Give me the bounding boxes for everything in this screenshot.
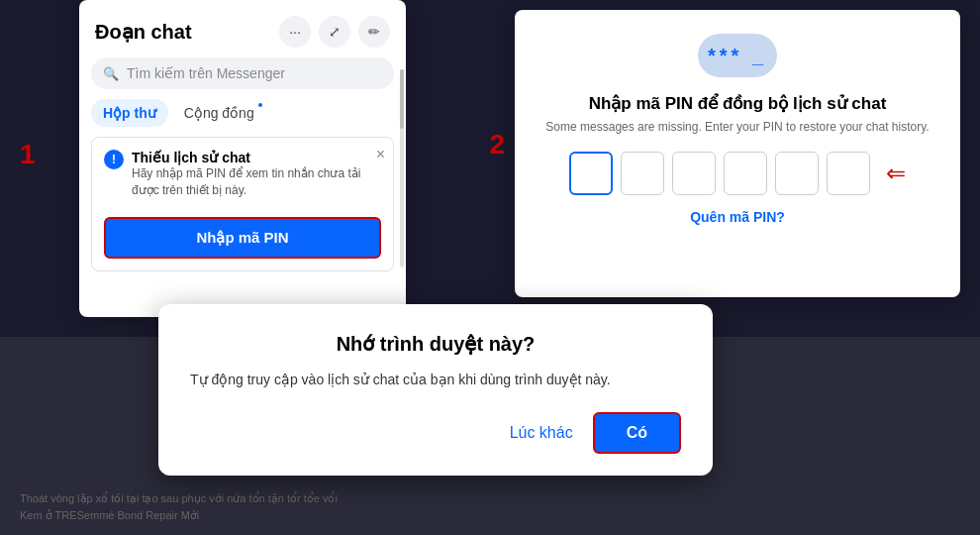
remember-dialog-description: Tự động truy cập vào lịch sử chat của bạ…	[190, 370, 681, 390]
search-icon: 🔍	[103, 66, 119, 81]
expand-button[interactable]: ⤢	[319, 16, 350, 48]
info-icon: !	[104, 150, 124, 169]
pin-input-3[interactable]	[672, 152, 716, 195]
tabs-row: Hộp thư Cộng đồng	[79, 99, 406, 127]
pin-input-5[interactable]	[775, 152, 819, 195]
messenger-header: Đoạn chat ··· ⤢ ✏	[79, 0, 406, 57]
header-icons: ··· ⤢ ✏	[279, 16, 390, 48]
step-label-1: 1	[20, 139, 36, 170]
step-label-2: 2	[489, 129, 505, 160]
chat-blur-text-2: Kem ở TRESemmé Bond Repair Mới	[20, 507, 960, 525]
chat-blur-text-1: Thoát vòng lặp xổ tối tại tạo sau phục v…	[20, 490, 960, 508]
later-button[interactable]: Lúc khác	[510, 424, 573, 442]
search-placeholder-text: Tìm kiếm trên Messenger	[127, 65, 285, 81]
notification-description: Hãy nhập mã PIN để xem tin nhắn chưa tải…	[132, 165, 381, 199]
notification-header: ! Thiếu lịch sử chat Hãy nhập mã PIN để …	[104, 150, 381, 199]
pin-input-6[interactable]	[827, 152, 870, 195]
remember-browser-dialog: Nhớ trình duyệt này? Tự động truy cập và…	[158, 304, 713, 476]
messenger-title: Đoạn chat	[95, 20, 192, 44]
forgot-pin-link[interactable]: Quên mã PIN?	[690, 209, 785, 225]
pin-panel-title: Nhập mã PIN để đồng bộ lịch sử chat	[589, 93, 887, 114]
tab-community[interactable]: Cộng đồng	[172, 99, 266, 127]
tab-inbox[interactable]: Hộp thư	[91, 99, 168, 127]
pin-panel-subtitle: Some messages are missing. Enter your PI…	[545, 120, 929, 134]
community-notification-dot	[256, 101, 264, 109]
more-options-button[interactable]: ···	[279, 16, 311, 48]
yes-button[interactable]: Có	[593, 412, 681, 454]
enter-pin-button[interactable]: Nhập mã PIN	[104, 217, 381, 259]
pin-inputs-row: ⇐	[569, 152, 906, 195]
pin-input-2[interactable]	[621, 152, 664, 195]
search-bar[interactable]: 🔍 Tìm kiếm trên Messenger	[91, 57, 394, 89]
pin-entry-panel: *** _ Nhập mã PIN để đồng bộ lịch sử cha…	[515, 10, 960, 297]
backspace-arrow-icon: ⇐	[886, 160, 906, 187]
pin-input-4[interactable]	[724, 152, 767, 195]
notification-close-button[interactable]: ×	[376, 146, 385, 163]
pin-lock-display: *** _	[698, 34, 777, 77]
notification-title: Thiếu lịch sử chat	[132, 150, 381, 165]
compose-button[interactable]: ✏	[358, 16, 390, 48]
pin-input-1[interactable]	[569, 152, 613, 195]
remember-dialog-title: Nhớ trình duyệt này?	[190, 332, 681, 356]
messenger-panel: Đoạn chat ··· ⤢ ✏ 🔍 Tìm kiếm trên Messen…	[79, 0, 406, 317]
missing-history-card: ! Thiếu lịch sử chat Hãy nhập mã PIN để …	[91, 137, 394, 271]
remember-dialog-actions: Lúc khác Có	[190, 412, 681, 454]
